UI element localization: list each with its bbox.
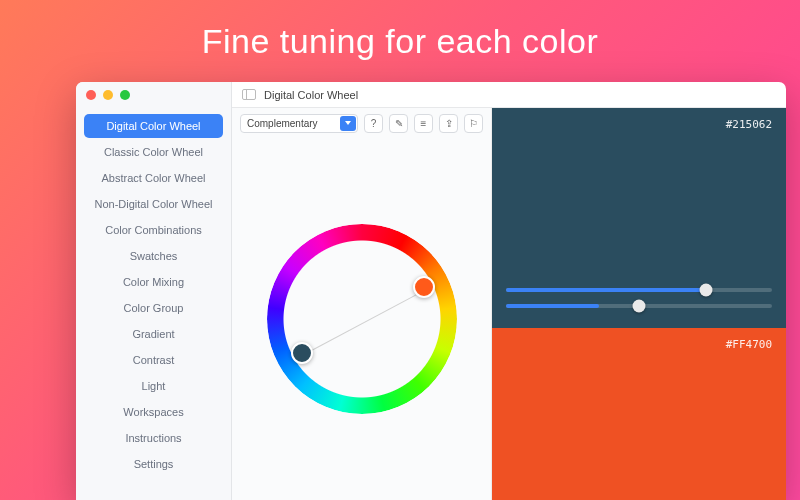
slider-1-thumb[interactable] (699, 283, 712, 296)
sidebar-item[interactable]: Abstract Color Wheel (84, 166, 223, 190)
slider-2-fill (506, 304, 599, 308)
sidebar-item[interactable]: Settings (84, 452, 223, 476)
sliders-group (506, 131, 772, 318)
sidebar-item[interactable]: Color Combinations (84, 218, 223, 242)
swatch-bottom[interactable]: #FF4700 (492, 328, 786, 500)
zoom-icon[interactable] (120, 90, 130, 100)
sidebar: Digital Color WheelClassic Color WheelAb… (76, 82, 232, 500)
sidebar-item[interactable]: Classic Color Wheel (84, 140, 223, 164)
list-button[interactable]: ≡ (414, 114, 433, 133)
help-button[interactable]: ? (364, 114, 383, 133)
chevron-down-icon (340, 116, 356, 131)
sidebar-item[interactable]: Light (84, 374, 223, 398)
sidebar-item[interactable]: Gradient (84, 322, 223, 346)
sidebar-item[interactable]: Contrast (84, 348, 223, 372)
eyedropper-button[interactable]: ✎ (389, 114, 408, 133)
color-wheel-ring (267, 224, 457, 414)
minimize-icon[interactable] (103, 90, 113, 100)
color-wheel[interactable] (267, 224, 457, 414)
sidebar-item[interactable]: Swatches (84, 244, 223, 268)
sidebar-item[interactable]: Instructions (84, 426, 223, 450)
swatch-bottom-hex: #FF4700 (506, 338, 772, 351)
close-icon[interactable] (86, 90, 96, 100)
promo-title: Fine tuning for each color (0, 0, 800, 61)
wheel-panel: Complementary ? ✎ ≡ ⇪ ⚐ (232, 108, 492, 500)
preview-panel: #215062 #FF4700 (492, 108, 786, 500)
color-handle-2[interactable] (413, 276, 435, 298)
harmony-select-label: Complementary (247, 118, 318, 129)
sidebar-item[interactable]: Color Mixing (84, 270, 223, 294)
slider-1[interactable] (506, 288, 772, 292)
slider-2[interactable] (506, 304, 772, 308)
titlebar: Digital Color Wheel (232, 82, 786, 108)
swatch-top[interactable]: #215062 (492, 108, 786, 328)
slider-1-fill (506, 288, 706, 292)
app-window: Digital Color WheelClassic Color WheelAb… (76, 82, 786, 500)
bookmark-button[interactable]: ⚐ (464, 114, 483, 133)
sidebar-toggle-icon[interactable] (242, 89, 256, 100)
window-controls (76, 82, 231, 108)
export-button[interactable]: ⇪ (439, 114, 458, 133)
wheel-toolbar: Complementary ? ✎ ≡ ⇪ ⚐ (232, 108, 491, 138)
main-area: Digital Color Wheel Complementary ? ✎ ≡ … (232, 82, 786, 500)
swatch-top-hex: #215062 (506, 118, 772, 131)
wheel-area (232, 138, 491, 500)
sidebar-item[interactable]: Workspaces (84, 400, 223, 424)
sidebar-item[interactable]: Digital Color Wheel (84, 114, 223, 138)
sidebar-item[interactable]: Color Group (84, 296, 223, 320)
content: Complementary ? ✎ ≡ ⇪ ⚐ (232, 108, 786, 500)
color-handle-1[interactable] (291, 342, 313, 364)
window-title: Digital Color Wheel (264, 89, 358, 101)
sidebar-list: Digital Color WheelClassic Color WheelAb… (76, 108, 231, 482)
slider-2-thumb[interactable] (633, 299, 646, 312)
sidebar-item[interactable]: Non-Digital Color Wheel (84, 192, 223, 216)
harmony-select[interactable]: Complementary (240, 114, 358, 133)
